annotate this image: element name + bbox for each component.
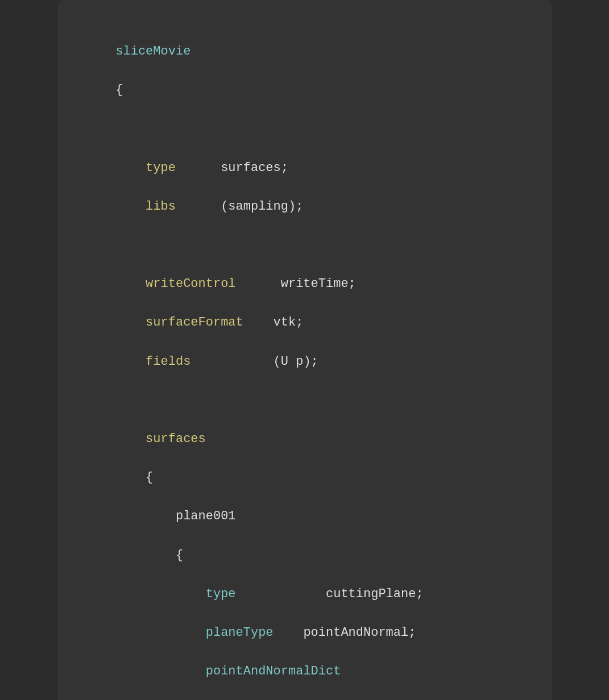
line-writeControl: writeControl writeTime; [115,277,355,291]
line-open2: { [115,470,153,485]
line-planeType: planeType pointAndNormal; [115,626,416,640]
line-type: type surfaces; [115,161,288,175]
line-plane001: plane001 [115,509,235,523]
line-title: sliceMovie [115,44,190,59]
line-fields: fields (U p); [115,355,318,369]
line-surfaceFormat: surfaceFormat vtk; [115,315,303,330]
line-open3: { [115,548,183,562]
line-libs: libs (sampling); [115,199,303,214]
line-type2: type cuttingPlane; [115,587,423,601]
code-container: sliceMovie { type surfaces; libs (sampli… [57,0,552,700]
line-surfaces: surfaces [115,432,205,446]
code-block: sliceMovie { type surfaces; libs (sampli… [86,23,524,700]
line-open1: { [115,83,123,97]
line-pointAndNormalDict: pointAndNormalDict [115,664,341,678]
